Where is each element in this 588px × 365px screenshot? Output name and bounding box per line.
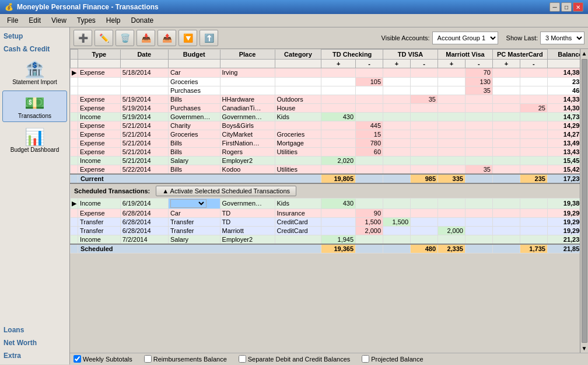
scheduled-row[interactable]: Transfer 6/28/2014 Transfer Marriott Cre… — [71, 226, 580, 235]
table-row[interactable]: Income 5/19/2014 Governmen… Governmen… K… — [71, 112, 580, 121]
cell-checking-plus — [321, 147, 356, 156]
current-chk-minus — [356, 174, 383, 183]
cell-category: CreditCard — [275, 226, 321, 235]
separate-debit-checkbox-label[interactable]: Separate Debit and Credit Balances — [239, 355, 351, 363]
sidebar-btn-statement-import[interactable]: 🏦 Statement Import — [2, 57, 67, 88]
table-row[interactable]: Expense 5/21/2014 Groceries CityMarket G… — [71, 130, 580, 138]
table-row[interactable]: Groceries 105 130 235 — [71, 77, 580, 86]
reimbursements-checkbox-label[interactable]: Reimbursements Balance — [144, 355, 227, 363]
cell-checking-minus — [356, 156, 383, 165]
scheduled-row[interactable]: Expense 6/28/2014 Car TD Insurance 90 19… — [71, 208, 580, 217]
cell-checking-plus — [321, 217, 356, 226]
cell-visa-plus — [383, 156, 411, 165]
menu-item-file[interactable]: File — [2, 15, 23, 26]
separate-debit-checkbox[interactable] — [239, 355, 246, 363]
projected-balance-checkbox[interactable] — [362, 355, 369, 363]
col-header-date: Date — [120, 50, 168, 60]
table-row[interactable]: Expense 5/19/2014 Bills HHardware Outdoo… — [71, 95, 580, 103]
cell-checking-minus — [356, 103, 383, 112]
sidebar-item-cash-credit[interactable]: Cash & Credit — [2, 43, 67, 55]
scheduled-row[interactable]: ▶ Income 6/19/2014 Governmen… Governmen…… — [71, 198, 580, 208]
cell-category — [275, 156, 321, 165]
cell-category: Kids — [275, 198, 321, 208]
show-last-select[interactable]: 3 Months — [540, 32, 584, 44]
cell-marriott-minus — [465, 217, 492, 226]
current-m-plus: 335 — [438, 174, 466, 183]
weekly-subtotals-checkbox-label[interactable]: Weekly Subtotals — [74, 355, 132, 363]
cell-marriott-plus — [438, 95, 466, 103]
sidebar-item-net-worth[interactable]: Net Worth — [2, 336, 67, 349]
weekly-subtotals-checkbox[interactable] — [74, 355, 81, 363]
cell-budget: Purchases — [168, 86, 220, 95]
cell-checking-plus — [321, 68, 356, 77]
vertical-scrollbar[interactable]: ▲ ▼ — [580, 49, 588, 353]
sidebar-item-setup[interactable]: Setup — [2, 30, 67, 43]
table-row[interactable]: Expense 5/21/2014 Bills Rogers Utilities… — [71, 147, 580, 156]
sidebar-btn-budget-dashboard[interactable]: 📊 Budget Dashboard — [2, 124, 67, 156]
sched-total-label: Scheduled — [78, 244, 321, 253]
cell-pc-minus — [520, 165, 547, 174]
import-button[interactable]: 📥 — [136, 30, 155, 46]
menu-item-view[interactable]: View — [47, 15, 71, 26]
edit-transaction-button[interactable]: ✏️ — [94, 30, 113, 46]
cell-place: Marriott — [220, 226, 275, 235]
cell-visa-plus — [383, 226, 411, 235]
table-row[interactable]: Purchases 35 465 — [71, 86, 580, 95]
filter-button[interactable]: 🔽 — [178, 30, 197, 46]
scroll-down-arrow[interactable]: ▼ — [580, 344, 588, 353]
cell-visa-minus — [411, 130, 438, 138]
export-button[interactable]: 📤 — [158, 30, 176, 46]
table-row[interactable]: ▶ Expense 5/18/2014 Car Irving 70 14,380 — [71, 68, 580, 77]
table-row[interactable]: Expense 5/19/2014 Purchases CanadianTi… … — [71, 103, 580, 112]
table-row[interactable]: Expense 5/22/2014 Bills Kodoo Utilities … — [71, 165, 580, 174]
cell-place: Employer2 — [220, 235, 275, 244]
cell-balance: 19,290 — [547, 217, 580, 226]
cell-category: Kids — [275, 112, 321, 121]
cell-date: 5/19/2014 — [120, 95, 168, 103]
separate-debit-label: Separate Debit and Credit Balances — [248, 356, 351, 363]
budget-select[interactable]: Governmen… — [170, 199, 206, 208]
table-row[interactable]: Expense 5/21/2014 Bills FirstNation… Mor… — [71, 138, 580, 147]
cell-category — [275, 235, 321, 244]
add-transaction-button[interactable]: ➕ — [74, 30, 92, 46]
cell-pc-plus — [492, 147, 520, 156]
filter-clear-button[interactable]: ⬆️ — [200, 30, 218, 46]
cell-marriott-minus — [465, 121, 492, 130]
reimbursements-label: Reimbursements Balance — [153, 356, 227, 363]
menu-item-types[interactable]: Types — [72, 15, 100, 26]
reimbursements-checkbox[interactable] — [144, 355, 152, 363]
menu-item-donate[interactable]: Donate — [127, 15, 159, 26]
cell-budget: Groceries — [168, 130, 220, 138]
menu-item-edit[interactable]: Edit — [24, 15, 46, 26]
cell-pc-plus — [492, 165, 520, 174]
table-row[interactable]: Expense 5/21/2014 Charity Boys&Girls 445… — [71, 121, 580, 130]
maximize-button[interactable]: □ — [561, 2, 572, 12]
cell-marriott-plus — [438, 77, 466, 86]
scheduled-row[interactable]: Income 7/2/2014 Salary Employer2 1,945 2… — [71, 235, 580, 244]
sched-chk-plus: 19,365 — [321, 244, 356, 253]
cell-checking-plus: 2,020 — [321, 156, 356, 165]
close-button[interactable]: ✕ — [573, 2, 583, 12]
budget-dashboard-label: Budget Dashboard — [10, 147, 59, 153]
cell-category: House — [275, 103, 321, 112]
marriott-minus-hdr: - — [465, 59, 492, 68]
account-group-select[interactable]: Account Group 1 — [432, 32, 498, 44]
scheduled-row[interactable]: Transfer 6/28/2014 Transfer TD CreditCar… — [71, 217, 580, 226]
scroll-thumb[interactable] — [582, 59, 587, 343]
sidebar-btn-transactions[interactable]: 💵 Transactions — [2, 91, 67, 122]
sidebar-item-extra[interactable]: Extra — [2, 349, 67, 362]
table-row[interactable]: Income 5/21/2014 Salary Employer2 2,020 … — [71, 156, 580, 165]
scroll-up-arrow[interactable]: ▲ — [580, 49, 588, 58]
menu-item-help[interactable]: Help — [102, 15, 125, 26]
projected-balance-checkbox-label[interactable]: Projected Balance — [362, 355, 423, 363]
delete-transaction-button[interactable]: 🗑️ — [116, 30, 134, 46]
row-arrow — [71, 95, 78, 103]
minimize-button[interactable]: ─ — [550, 2, 560, 12]
cell-marriott-minus — [465, 198, 492, 208]
weekly-subtotals-label: Weekly Subtotals — [83, 356, 132, 363]
cell-visa-minus — [411, 198, 438, 208]
sidebar-item-loans[interactable]: Loans — [2, 324, 67, 336]
cell-category: Outdoors — [275, 95, 321, 103]
activate-scheduled-button[interactable]: ▲ Activate Selected Scheduled Transactio… — [156, 186, 296, 196]
table-scroll[interactable]: Type Date Budget Place Category TD Check… — [70, 49, 580, 353]
